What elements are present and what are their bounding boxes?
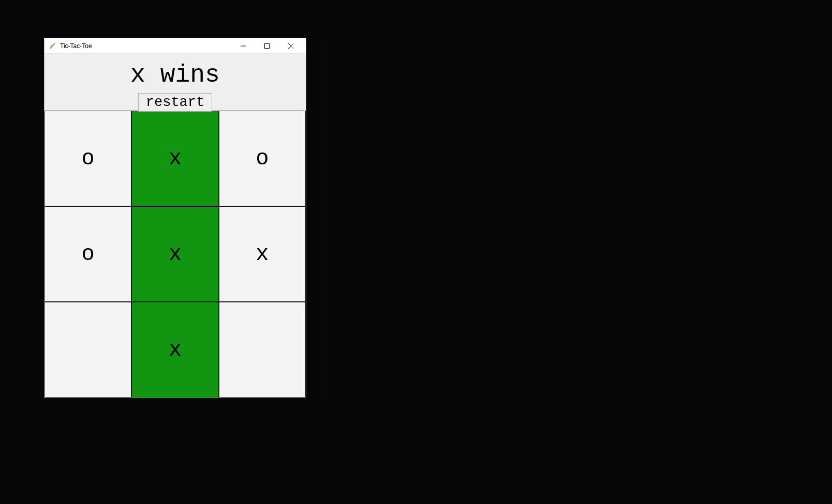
cell-0-0[interactable]: o [44, 111, 131, 206]
cell-1-2[interactable]: x [219, 206, 306, 302]
cell-1-0[interactable]: o [44, 206, 131, 302]
board: o x o o x x x [44, 111, 306, 398]
status-label: x wins [130, 59, 220, 93]
minimize-button[interactable] [231, 38, 255, 54]
header: x wins restart [44, 54, 306, 112]
window-controls [231, 38, 303, 54]
svg-rect-1 [265, 43, 270, 48]
cell-2-2[interactable] [219, 302, 306, 398]
cell-0-1[interactable]: x [131, 111, 218, 206]
maximize-button[interactable] [255, 38, 279, 54]
feather-icon [49, 42, 57, 50]
titlebar[interactable]: Tic-Tac-Toe [44, 38, 306, 54]
close-button[interactable] [279, 38, 303, 54]
cell-2-0[interactable] [44, 302, 131, 398]
restart-button[interactable]: restart [138, 93, 212, 112]
cell-0-2[interactable]: o [219, 111, 306, 206]
game-window: Tic-Tac-Toe x wins restart o x o o x x x [44, 38, 306, 398]
cell-2-1[interactable]: x [131, 302, 218, 398]
window-title: Tic-Tac-Toe [60, 42, 231, 50]
cell-1-1[interactable]: x [131, 206, 218, 302]
